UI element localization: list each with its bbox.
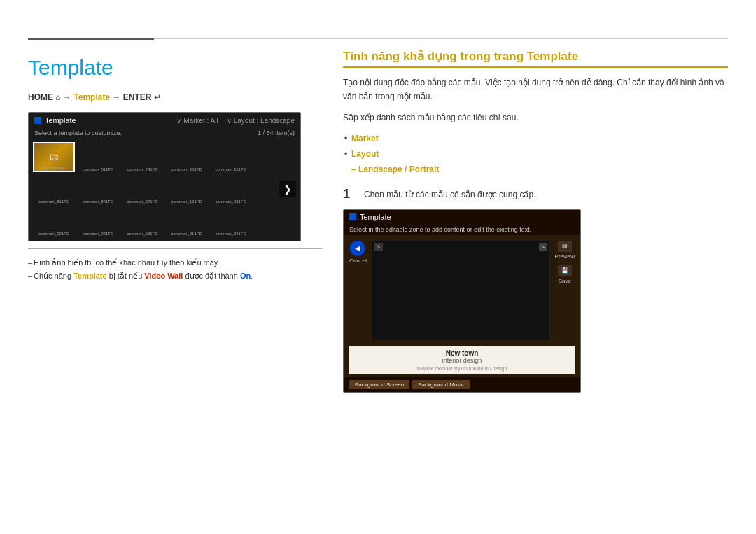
cell-label-6: common_811FD (38, 199, 69, 204)
template-ui-title-row: Template (34, 116, 76, 125)
note-2-videowall: Video Wall (144, 272, 183, 280)
content-subtitle: interior design (356, 357, 568, 364)
note-2-after: được đặt thành (183, 272, 240, 280)
layout-label: Layout : Landscape (234, 117, 295, 125)
divider (28, 248, 322, 249)
cancel-button-area[interactable]: ◀ Cancel (349, 241, 367, 264)
cell-label-16: common_241FD (216, 232, 246, 236)
note-2-mid: bị tắt nếu (107, 272, 145, 280)
preview-body: ◀ Cancel ⤡ ⤡ ▤ Preview 💾 Save (344, 235, 580, 346)
content-desc: liveable modular stylish luxurious / des… (356, 366, 568, 371)
nav-arrow2: → (112, 92, 122, 102)
template-cell-15[interactable]: common_211FD (166, 206, 208, 237)
right-panel: Tính năng khả dụng trong trang Template … (343, 49, 728, 393)
layout-control[interactable]: ∨ Layout : Landscape (227, 117, 295, 125)
template-cell-1[interactable]: common_511FD (77, 142, 119, 172)
feature-layout-label: Layout (351, 149, 379, 159)
nav-arrow1: → (63, 92, 74, 102)
body-text-2: Sắp xếp danh sách mẫu bằng các tiêu chí … (343, 111, 728, 125)
nav-home-icon: ⌂ (55, 92, 63, 102)
template-cell-16[interactable]: common_241FD (210, 206, 252, 237)
note-2-end: . (251, 272, 253, 280)
cell-label-8: common_871FD (127, 199, 158, 204)
note-list: Hình ảnh hiển thị có thể khác nhau tùy t… (28, 256, 322, 282)
template-cell-5[interactable] (254, 142, 296, 172)
cell-label-0: My template (43, 166, 66, 170)
preview-main-area: ⤡ ⤡ (372, 241, 550, 340)
top-rule-accent (28, 38, 154, 40)
template-cell-13[interactable]: common_351FD (77, 206, 119, 237)
template-cell-14[interactable]: common_381FD (121, 206, 163, 237)
chevron-down-icon2: ∨ (227, 117, 232, 125)
preview-label: Preview (555, 253, 575, 260)
cell-label-3: common_261FD (171, 167, 202, 171)
left-panel: Template HOME ⌂ → Template → ENTER ↵ Tem… (28, 49, 322, 282)
template-cell-6[interactable]: common_811FD (33, 174, 75, 204)
preview-subtitle: Select in the editable zone to add conte… (344, 224, 580, 235)
preview-header: Template (344, 210, 580, 224)
nav-enter-icon: ↵ (154, 92, 161, 102)
template-grid: 🗂 My template common_511FD common_241FD … (29, 138, 300, 241)
content-title: New town (356, 349, 568, 357)
save-button[interactable]: 💾 Save (558, 265, 572, 284)
bg-screen-button[interactable]: Background Screen (349, 380, 410, 389)
template-cell-3[interactable]: common_261FD (166, 142, 208, 172)
nav-home: HOME (28, 92, 53, 102)
cell-label-7: common_841FD (83, 199, 113, 204)
template-cell-2[interactable]: common_241FD (121, 142, 163, 172)
section-title: Tính năng khả dụng trong trang Template (343, 49, 728, 68)
step-1-row: 1 Chọn mẫu từ các mẫu có sẵn được cung c… (343, 187, 728, 202)
blue-square-icon (34, 117, 41, 124)
save-label: Save (559, 278, 571, 284)
feature-layout: Layout (343, 147, 728, 162)
cancel-label: Cancel (349, 258, 367, 264)
cell-label-15: common_211FD (171, 232, 202, 236)
cell-label-2: common_241FD (127, 167, 158, 171)
corner-resize-icon: ⤡ (539, 243, 547, 251)
save-disk-icon: 💾 (558, 265, 572, 276)
note-1-text: Hình ảnh hiển thị có thể khác nhau tùy t… (34, 258, 220, 267)
template-ui-title-text: Template (45, 116, 76, 125)
market-control[interactable]: ∨ Market : All (176, 117, 218, 125)
template-cell-9[interactable]: common_181FD (166, 174, 208, 204)
template-ui: Template ∨ Market : All ∨ Layout : Lands… (28, 112, 301, 241)
corner-resize-icon2: ⤡ (374, 243, 383, 251)
note-2-on: On (240, 272, 251, 280)
template-subtitle: Select a template to customize. (34, 129, 122, 136)
preview-button[interactable]: ▤ Preview (555, 241, 575, 260)
body-text-1: Tạo nội dung độc đáo bằng các mẫu. Việc … (343, 76, 728, 104)
market-label: Market : All (183, 117, 218, 125)
cell-label-9: common_181FD (171, 199, 202, 204)
note-1: Hình ảnh hiển thị có thể khác nhau tùy t… (28, 256, 322, 269)
preview-content-area: New town interior design liveable modula… (349, 346, 575, 374)
template-cell-my[interactable]: 🗂 My template (33, 142, 75, 172)
step-1-text: Chọn mẫu từ các mẫu có sẵn được cung cấp… (364, 187, 536, 202)
page-title: Template (28, 56, 322, 80)
feature-list: Market Layout Landscape / Portrait (343, 132, 728, 177)
preview-title-row: Template (349, 213, 391, 221)
feature-landscape-label: Landscape / Portrait (358, 164, 439, 174)
template-cell-12[interactable]: common_321FD (33, 206, 75, 237)
nav-path: HOME ⌂ → Template → ENTER ↵ (28, 92, 322, 102)
step-1-number: 1 (343, 187, 357, 202)
template-preview: Template Select in the editable zone to … (343, 209, 581, 393)
cell-label-10: common_031FD (216, 199, 246, 204)
feature-market-label: Market (351, 134, 379, 143)
next-arrow-button[interactable]: ❯ (279, 181, 296, 197)
preview-eye-icon: ▤ (558, 241, 572, 252)
item-count: 1 / 64 Item(s) (258, 129, 295, 136)
template-cell-4[interactable]: common_121FD (210, 142, 252, 172)
template-cell-17[interactable] (254, 206, 296, 237)
template-cell-8[interactable]: common_871FD (121, 174, 163, 204)
template-cell-10[interactable]: common_031FD (210, 174, 252, 204)
preview-right-buttons: ▤ Preview 💾 Save (555, 241, 575, 284)
bg-music-button[interactable]: Background Music (412, 380, 470, 389)
template-grid-container: 🗂 My template common_511FD common_241FD … (29, 138, 300, 241)
cell-label-1: common_511FD (83, 167, 113, 171)
nav-template: Template (74, 92, 110, 102)
cancel-circle-icon: ◀ (350, 241, 365, 256)
template-ui-header: Template ∨ Market : All ∨ Layout : Lands… (29, 113, 300, 128)
template-cell-7[interactable]: common_841FD (77, 174, 119, 204)
cell-label-12: common_321FD (38, 232, 69, 236)
note-2-template: Template (74, 272, 106, 280)
